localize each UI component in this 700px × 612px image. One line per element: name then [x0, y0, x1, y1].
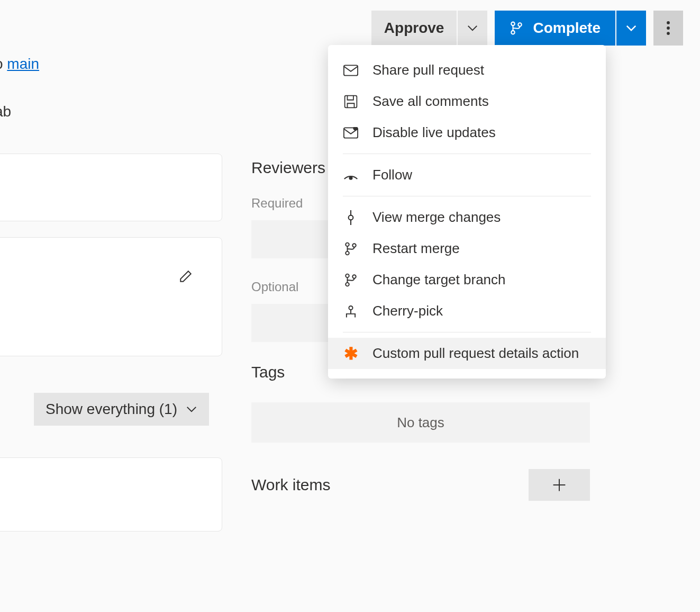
svg-point-12	[346, 242, 349, 246]
menu-label: Share pull request	[372, 62, 484, 78]
add-workitem-button[interactable]	[529, 469, 590, 501]
live-off-icon	[343, 125, 359, 141]
menu-restart-merge[interactable]: Restart merge	[328, 233, 606, 264]
chevron-down-icon	[467, 22, 478, 34]
header-actions: Approve Complete	[371, 11, 683, 46]
menu-divider	[343, 196, 591, 196]
menu-label: Change target branch	[372, 272, 506, 288]
menu-label: Custom pull request details action	[372, 345, 579, 362]
svg-point-15	[346, 274, 349, 277]
commit-icon	[343, 210, 359, 226]
mail-icon	[343, 62, 359, 78]
workitems-section: Work items	[251, 469, 590, 501]
complete-label: Complete	[533, 20, 601, 37]
menu-view-merge[interactable]: View merge changes	[328, 202, 606, 233]
tab-label-fragment: ab	[0, 103, 11, 120]
complete-split: Complete	[495, 11, 646, 46]
svg-point-1	[512, 31, 515, 34]
svg-point-18	[349, 305, 352, 309]
branch-target: o main	[0, 56, 39, 73]
complete-dropdown[interactable]	[616, 11, 646, 46]
menu-label: Cherry-pick	[372, 303, 443, 319]
svg-point-5	[667, 32, 670, 35]
description-card	[0, 154, 222, 221]
chevron-down-icon	[186, 403, 197, 415]
complete-button[interactable]: Complete	[495, 11, 615, 46]
svg-point-13	[346, 251, 349, 255]
menu-save-comments[interactable]: Save all comments	[328, 86, 606, 117]
svg-point-17	[352, 275, 356, 278]
svg-point-11	[349, 215, 353, 220]
branch-link[interactable]: main	[7, 56, 39, 72]
asterisk-icon: ✱	[343, 346, 359, 362]
menu-change-target[interactable]: Change target branch	[328, 264, 606, 295]
svg-point-3	[667, 21, 670, 24]
svg-point-9	[353, 127, 358, 131]
eye-icon	[343, 167, 359, 183]
menu-divider	[343, 332, 591, 332]
menu-divider	[343, 154, 591, 154]
svg-rect-7	[345, 95, 357, 107]
approve-button[interactable]: Approve	[371, 11, 457, 46]
kebab-icon	[667, 21, 670, 35]
branch-icon	[343, 272, 359, 288]
menu-cherry-pick[interactable]: Cherry-pick	[328, 295, 606, 327]
more-actions-menu: Share pull request Save all comments Dis…	[328, 45, 606, 379]
svg-point-2	[519, 23, 522, 26]
save-icon	[343, 94, 359, 110]
branch-prefix: o	[0, 56, 7, 72]
branch-icon	[510, 21, 523, 35]
workitems-heading: Work items	[251, 476, 330, 494]
show-everything-filter[interactable]: Show everything (1)	[34, 393, 209, 426]
menu-label: Restart merge	[372, 240, 460, 257]
approve-split: Approve	[371, 11, 488, 46]
svg-point-16	[346, 282, 349, 286]
comment-card	[0, 457, 222, 532]
menu-disable-live[interactable]: Disable live updates	[328, 117, 606, 148]
chevron-down-icon	[625, 22, 637, 34]
svg-point-10	[349, 176, 353, 179]
tags-box[interactable]: No tags	[251, 402, 590, 443]
menu-follow[interactable]: Follow	[328, 159, 606, 191]
svg-point-0	[512, 22, 515, 26]
menu-custom-action[interactable]: ✱ Custom pull request details action	[328, 338, 606, 369]
menu-label: Follow	[372, 167, 412, 183]
plus-icon	[552, 478, 566, 492]
approve-dropdown[interactable]	[458, 11, 487, 46]
menu-label: Save all comments	[372, 93, 489, 110]
svg-point-4	[667, 26, 670, 30]
branch-icon	[343, 241, 359, 257]
svg-rect-6	[344, 65, 358, 75]
cherry-pick-icon	[343, 303, 359, 319]
svg-point-14	[352, 244, 356, 247]
content-card	[0, 237, 222, 356]
menu-share-pr[interactable]: Share pull request	[328, 55, 606, 86]
edit-icon[interactable]	[179, 269, 193, 283]
show-filter-label: Show everything (1)	[46, 401, 177, 418]
menu-label: Disable live updates	[372, 124, 496, 141]
menu-label: View merge changes	[372, 209, 501, 226]
more-actions-button[interactable]	[653, 11, 683, 46]
